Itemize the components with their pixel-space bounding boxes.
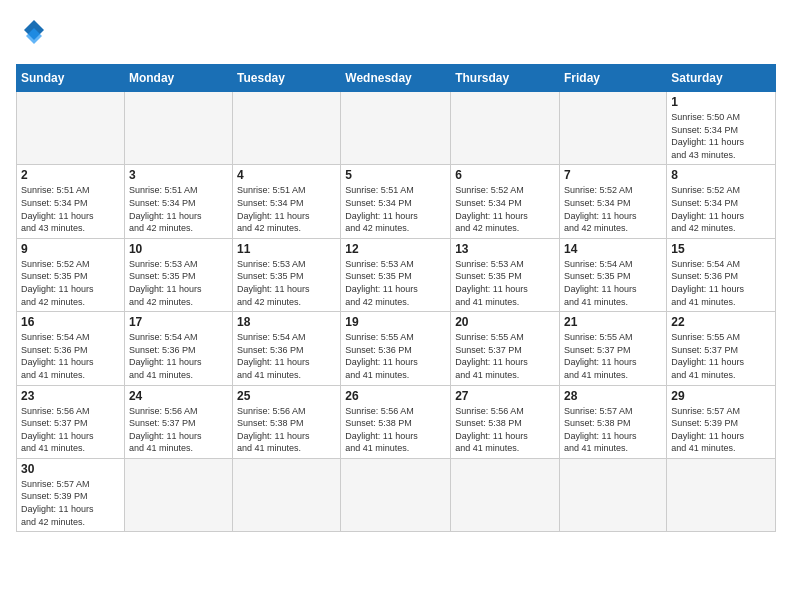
calendar-day-cell: 26Sunrise: 5:56 AM Sunset: 5:38 PM Dayli…	[341, 385, 451, 458]
day-info: Sunrise: 5:57 AM Sunset: 5:39 PM Dayligh…	[671, 405, 771, 455]
calendar-day-cell	[17, 92, 125, 165]
day-number: 2	[21, 168, 120, 182]
day-info: Sunrise: 5:51 AM Sunset: 5:34 PM Dayligh…	[237, 184, 336, 234]
day-number: 11	[237, 242, 336, 256]
calendar-day-cell: 25Sunrise: 5:56 AM Sunset: 5:38 PM Dayli…	[233, 385, 341, 458]
calendar-day-cell: 27Sunrise: 5:56 AM Sunset: 5:38 PM Dayli…	[451, 385, 560, 458]
day-number: 16	[21, 315, 120, 329]
weekday-header-row: SundayMondayTuesdayWednesdayThursdayFrid…	[17, 65, 776, 92]
day-info: Sunrise: 5:54 AM Sunset: 5:36 PM Dayligh…	[237, 331, 336, 381]
day-number: 3	[129, 168, 228, 182]
day-number: 6	[455, 168, 555, 182]
calendar-week-row: 1Sunrise: 5:50 AM Sunset: 5:34 PM Daylig…	[17, 92, 776, 165]
weekday-header-cell: Sunday	[17, 65, 125, 92]
logo	[16, 16, 56, 52]
calendar-week-row: 30Sunrise: 5:57 AM Sunset: 5:39 PM Dayli…	[17, 458, 776, 531]
day-number: 17	[129, 315, 228, 329]
calendar-day-cell	[451, 458, 560, 531]
day-number: 8	[671, 168, 771, 182]
calendar-day-cell: 5Sunrise: 5:51 AM Sunset: 5:34 PM Daylig…	[341, 165, 451, 238]
calendar-day-cell	[124, 92, 232, 165]
calendar-day-cell: 2Sunrise: 5:51 AM Sunset: 5:34 PM Daylig…	[17, 165, 125, 238]
calendar-day-cell	[124, 458, 232, 531]
calendar-day-cell: 28Sunrise: 5:57 AM Sunset: 5:38 PM Dayli…	[560, 385, 667, 458]
day-info: Sunrise: 5:56 AM Sunset: 5:37 PM Dayligh…	[129, 405, 228, 455]
calendar-body: 1Sunrise: 5:50 AM Sunset: 5:34 PM Daylig…	[17, 92, 776, 532]
calendar-day-cell: 19Sunrise: 5:55 AM Sunset: 5:36 PM Dayli…	[341, 312, 451, 385]
calendar-day-cell: 8Sunrise: 5:52 AM Sunset: 5:34 PM Daylig…	[667, 165, 776, 238]
weekday-header-cell: Saturday	[667, 65, 776, 92]
calendar-day-cell: 22Sunrise: 5:55 AM Sunset: 5:37 PM Dayli…	[667, 312, 776, 385]
weekday-header-cell: Monday	[124, 65, 232, 92]
calendar-day-cell	[341, 458, 451, 531]
calendar-day-cell: 16Sunrise: 5:54 AM Sunset: 5:36 PM Dayli…	[17, 312, 125, 385]
day-info: Sunrise: 5:55 AM Sunset: 5:37 PM Dayligh…	[564, 331, 662, 381]
day-number: 30	[21, 462, 120, 476]
calendar-week-row: 16Sunrise: 5:54 AM Sunset: 5:36 PM Dayli…	[17, 312, 776, 385]
day-number: 24	[129, 389, 228, 403]
day-info: Sunrise: 5:56 AM Sunset: 5:38 PM Dayligh…	[455, 405, 555, 455]
day-number: 7	[564, 168, 662, 182]
day-info: Sunrise: 5:56 AM Sunset: 5:38 PM Dayligh…	[237, 405, 336, 455]
day-info: Sunrise: 5:54 AM Sunset: 5:36 PM Dayligh…	[671, 258, 771, 308]
day-number: 28	[564, 389, 662, 403]
day-number: 4	[237, 168, 336, 182]
calendar-day-cell	[560, 458, 667, 531]
calendar-day-cell: 7Sunrise: 5:52 AM Sunset: 5:34 PM Daylig…	[560, 165, 667, 238]
day-number: 1	[671, 95, 771, 109]
day-info: Sunrise: 5:55 AM Sunset: 5:37 PM Dayligh…	[671, 331, 771, 381]
calendar-day-cell: 4Sunrise: 5:51 AM Sunset: 5:34 PM Daylig…	[233, 165, 341, 238]
day-number: 25	[237, 389, 336, 403]
day-info: Sunrise: 5:56 AM Sunset: 5:37 PM Dayligh…	[21, 405, 120, 455]
calendar-day-cell: 29Sunrise: 5:57 AM Sunset: 5:39 PM Dayli…	[667, 385, 776, 458]
page-header	[16, 16, 776, 52]
calendar-day-cell: 3Sunrise: 5:51 AM Sunset: 5:34 PM Daylig…	[124, 165, 232, 238]
calendar-day-cell: 9Sunrise: 5:52 AM Sunset: 5:35 PM Daylig…	[17, 238, 125, 311]
day-number: 29	[671, 389, 771, 403]
day-info: Sunrise: 5:54 AM Sunset: 5:36 PM Dayligh…	[21, 331, 120, 381]
day-number: 10	[129, 242, 228, 256]
day-info: Sunrise: 5:51 AM Sunset: 5:34 PM Dayligh…	[129, 184, 228, 234]
calendar-day-cell	[667, 458, 776, 531]
calendar-day-cell	[560, 92, 667, 165]
day-info: Sunrise: 5:55 AM Sunset: 5:36 PM Dayligh…	[345, 331, 446, 381]
weekday-header-cell: Thursday	[451, 65, 560, 92]
calendar-day-cell: 14Sunrise: 5:54 AM Sunset: 5:35 PM Dayli…	[560, 238, 667, 311]
day-number: 12	[345, 242, 446, 256]
day-number: 19	[345, 315, 446, 329]
weekday-header-cell: Friday	[560, 65, 667, 92]
day-info: Sunrise: 5:53 AM Sunset: 5:35 PM Dayligh…	[129, 258, 228, 308]
day-info: Sunrise: 5:52 AM Sunset: 5:34 PM Dayligh…	[455, 184, 555, 234]
day-number: 13	[455, 242, 555, 256]
day-number: 21	[564, 315, 662, 329]
day-number: 26	[345, 389, 446, 403]
calendar-day-cell: 23Sunrise: 5:56 AM Sunset: 5:37 PM Dayli…	[17, 385, 125, 458]
calendar-day-cell: 21Sunrise: 5:55 AM Sunset: 5:37 PM Dayli…	[560, 312, 667, 385]
day-info: Sunrise: 5:53 AM Sunset: 5:35 PM Dayligh…	[237, 258, 336, 308]
calendar-week-row: 2Sunrise: 5:51 AM Sunset: 5:34 PM Daylig…	[17, 165, 776, 238]
calendar-day-cell	[451, 92, 560, 165]
calendar-day-cell: 13Sunrise: 5:53 AM Sunset: 5:35 PM Dayli…	[451, 238, 560, 311]
calendar-week-row: 23Sunrise: 5:56 AM Sunset: 5:37 PM Dayli…	[17, 385, 776, 458]
day-info: Sunrise: 5:51 AM Sunset: 5:34 PM Dayligh…	[21, 184, 120, 234]
day-number: 23	[21, 389, 120, 403]
calendar-day-cell: 12Sunrise: 5:53 AM Sunset: 5:35 PM Dayli…	[341, 238, 451, 311]
day-number: 5	[345, 168, 446, 182]
calendar-day-cell: 11Sunrise: 5:53 AM Sunset: 5:35 PM Dayli…	[233, 238, 341, 311]
day-info: Sunrise: 5:52 AM Sunset: 5:35 PM Dayligh…	[21, 258, 120, 308]
calendar-day-cell: 1Sunrise: 5:50 AM Sunset: 5:34 PM Daylig…	[667, 92, 776, 165]
day-number: 15	[671, 242, 771, 256]
calendar-table: SundayMondayTuesdayWednesdayThursdayFrid…	[16, 64, 776, 532]
calendar-day-cell	[341, 92, 451, 165]
calendar-day-cell: 18Sunrise: 5:54 AM Sunset: 5:36 PM Dayli…	[233, 312, 341, 385]
day-number: 20	[455, 315, 555, 329]
calendar-day-cell: 20Sunrise: 5:55 AM Sunset: 5:37 PM Dayli…	[451, 312, 560, 385]
calendar-day-cell	[233, 92, 341, 165]
day-number: 14	[564, 242, 662, 256]
calendar-day-cell: 17Sunrise: 5:54 AM Sunset: 5:36 PM Dayli…	[124, 312, 232, 385]
calendar-day-cell: 15Sunrise: 5:54 AM Sunset: 5:36 PM Dayli…	[667, 238, 776, 311]
day-info: Sunrise: 5:50 AM Sunset: 5:34 PM Dayligh…	[671, 111, 771, 161]
day-number: 22	[671, 315, 771, 329]
logo-icon	[16, 16, 52, 52]
day-number: 18	[237, 315, 336, 329]
